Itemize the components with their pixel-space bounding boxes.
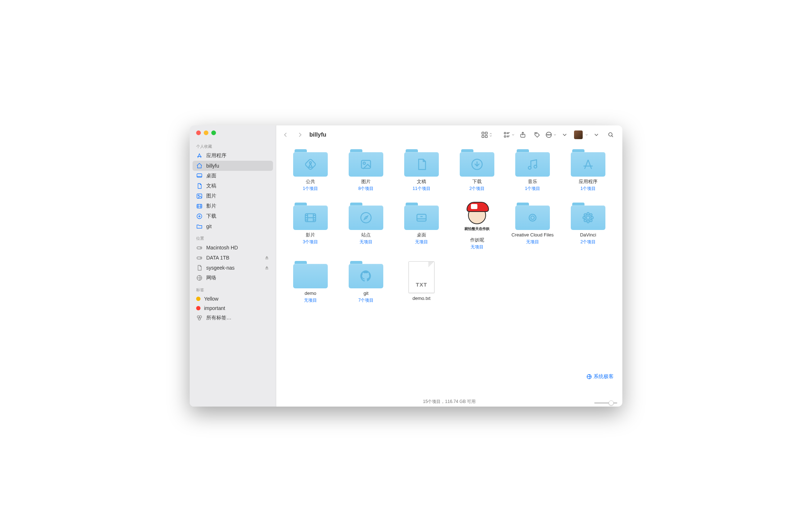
svg-point-42: [528, 167, 531, 169]
svg-rect-39: [361, 160, 370, 168]
account-menu[interactable]: [573, 130, 588, 139]
eject-icon[interactable]: [264, 255, 269, 260]
sidebar-item-label: 应用程序: [206, 152, 226, 159]
file-item[interactable]: 就怕整天在作妖 作妖呢无项目: [453, 203, 501, 250]
file-item[interactable]: 下载2个项目: [453, 149, 501, 192]
svg-point-33: [548, 134, 549, 135]
sidebar-item-desktop[interactable]: 桌面: [190, 171, 276, 181]
folder-icon: [404, 203, 439, 230]
file-name: 应用程序: [579, 179, 597, 185]
sidebar-tag-yellow[interactable]: Yellow: [190, 294, 276, 303]
svg-rect-19: [482, 132, 484, 134]
sidebar-item-docs[interactable]: 文稿: [190, 181, 276, 191]
file-item[interactable]: 影片3个项目: [286, 203, 335, 250]
eject-icon[interactable]: [264, 265, 269, 270]
sidebar-favorites-list: 应用程序 billyfu 桌面 文稿 图片 影片 下载 git: [190, 151, 276, 231]
all-tags-icon: [196, 315, 203, 321]
minimize-button[interactable]: [204, 130, 208, 135]
file-name: 图片: [361, 179, 371, 185]
nav-back-button[interactable]: [279, 129, 292, 140]
file-grid-area[interactable]: 公共1个项目 图片8个项目 文稿11个项目 下载2个项目 音乐1个项目 应用程序…: [276, 144, 622, 396]
file-item[interactable]: 图片8个项目: [342, 149, 390, 192]
file-name: DaVinci: [580, 232, 596, 238]
window-title: billyfu: [309, 132, 326, 138]
sidebar-item-nas[interactable]: sysgeek-nas: [190, 263, 276, 273]
group-by-button[interactable]: [503, 131, 515, 138]
sidebar-item-billyfu[interactable]: billyfu: [193, 161, 273, 171]
file-name: 桌面: [417, 232, 426, 238]
search-button[interactable]: [604, 129, 617, 140]
file-meta: 11个项目: [412, 186, 430, 192]
zoom-slider[interactable]: [594, 402, 617, 404]
dropdown-1[interactable]: [558, 129, 571, 140]
svg-point-43: [534, 165, 537, 168]
file-item[interactable]: DaVinci2个项目: [564, 203, 612, 250]
close-button[interactable]: [196, 130, 201, 135]
file-item[interactable]: 音乐1个项目: [508, 149, 557, 192]
file-name: git: [363, 291, 369, 297]
file-name: 作妖呢: [470, 237, 484, 243]
file-item[interactable]: TXT demo.txt: [397, 261, 446, 303]
file-item[interactable]: 站点无项目: [342, 203, 390, 250]
app-store-icon: [196, 152, 203, 159]
svg-point-32: [547, 134, 548, 135]
tags-button[interactable]: [531, 129, 544, 140]
sidebar-tag-all[interactable]: 所有标签…: [190, 313, 276, 323]
folder-icon: [515, 149, 550, 177]
main-area: billyfu: [276, 125, 622, 407]
svg-point-64: [590, 214, 592, 216]
svg-point-30: [536, 133, 537, 134]
file-name: demo: [305, 291, 317, 297]
sidebar-item-apps[interactable]: 应用程序: [190, 151, 276, 161]
sidebar-item-movies[interactable]: 影片: [190, 201, 276, 211]
sidebar-heading-locations: 位置: [190, 231, 276, 243]
sidebar-item-pics[interactable]: 图片: [190, 191, 276, 201]
file-meta: 2个项目: [469, 186, 485, 192]
folder-icon: [349, 203, 383, 230]
svg-point-52: [361, 213, 371, 223]
svg-point-66: [590, 220, 592, 222]
sidebar-locations-list: Macintosh HD DATA 1TB sysgeek-nas 网络: [190, 243, 276, 283]
zoom-button[interactable]: [211, 130, 216, 135]
sidebar: 个人收藏 应用程序 billyfu 桌面 文稿 图片 影片 下载 git 位置 …: [190, 125, 276, 407]
file-item[interactable]: 桌面无项目: [397, 203, 446, 250]
status-text: 15个项目，116.74 GB 可用: [423, 399, 476, 405]
sidebar-tags-list: Yellow important 所有标签…: [190, 294, 276, 323]
sidebar-tag-important[interactable]: important: [190, 303, 276, 313]
sidebar-item-git[interactable]: git: [190, 221, 276, 231]
file-name: demo.txt: [412, 296, 431, 302]
sidebar-item-label: git: [206, 223, 212, 229]
action-menu-button[interactable]: [545, 131, 557, 138]
nav-forward-button[interactable]: [294, 129, 306, 140]
sidebar-item-label: 网络: [206, 275, 216, 281]
svg-point-62: [591, 217, 593, 219]
svg-point-40: [363, 162, 365, 164]
file-item[interactable]: 公共1个项目: [286, 149, 335, 192]
svg-rect-21: [482, 136, 484, 138]
sidebar-item-net[interactable]: 网络: [190, 273, 276, 283]
sidebar-item-mac[interactable]: Macintosh HD: [190, 243, 276, 253]
file-item[interactable]: git7个项目: [342, 261, 390, 303]
share-button[interactable]: [516, 129, 529, 140]
sidebar-item-data[interactable]: DATA 1TB: [190, 253, 276, 263]
file-name: 公共: [306, 179, 315, 185]
dropdown-2[interactable]: [590, 129, 603, 140]
svg-point-63: [584, 214, 586, 216]
file-item[interactable]: 文稿11个项目: [397, 149, 446, 192]
svg-point-34: [550, 134, 551, 135]
file-item[interactable]: 应用程序1个项目: [564, 149, 612, 192]
svg-rect-0: [197, 174, 202, 177]
svg-point-59: [587, 213, 589, 215]
finder-window: 个人收藏 应用程序 billyfu 桌面 文稿 图片 影片 下载 git 位置 …: [190, 125, 622, 407]
file-item[interactable]: demo无项目: [286, 261, 335, 303]
file-meta: 无项目: [304, 297, 317, 303]
file-item[interactable]: Creative Cloud Files无项目: [508, 203, 557, 250]
zoom-thumb[interactable]: [609, 400, 614, 405]
home-icon: [196, 163, 203, 169]
svg-rect-2: [197, 194, 202, 198]
movie-icon: [196, 203, 203, 209]
sidebar-item-label: Macintosh HD: [206, 245, 238, 251]
sidebar-item-download[interactable]: 下载: [190, 211, 276, 221]
view-mode-button[interactable]: [481, 131, 493, 138]
file-meta: 无项目: [415, 239, 428, 245]
